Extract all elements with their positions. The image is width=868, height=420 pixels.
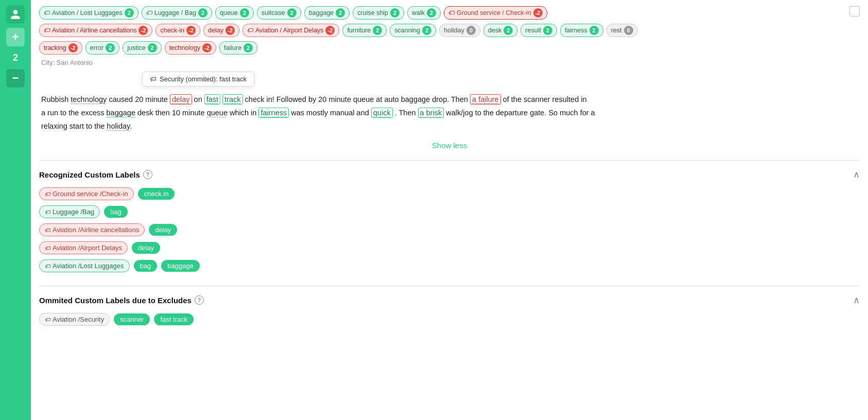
tag-badge: 0: [466, 26, 476, 35]
review-word-quick: quick: [371, 108, 393, 118]
tag-label: Aviation / Lost Luggages: [52, 9, 123, 16]
tag-label: delay: [208, 27, 223, 34]
review-word-which-in: which in: [228, 109, 258, 117]
tag-label-icon: 🏷: [247, 27, 253, 34]
tag-label: Aviation / Airline cancellations: [52, 27, 136, 34]
tag-aviation-airport-delays[interactable]: 🏷 Aviation / Airport Delays -2: [242, 24, 339, 37]
recognized-label-lost-luggages: 🏷 Aviation /Lost Luggages: [39, 259, 130, 272]
tag-holiday[interactable]: holiday 0: [439, 24, 480, 37]
tag-label-icon: 🏷: [44, 27, 50, 34]
label-tag-icon: 🏷: [45, 227, 50, 233]
tag-baggage[interactable]: baggage 2: [304, 6, 350, 20]
keyword-bag[interactable]: bag: [104, 206, 128, 218]
tag-label: Ground service / Check-in: [457, 9, 531, 16]
keyword-check-in[interactable]: check in: [138, 188, 175, 200]
tag-queue[interactable]: queue 2: [215, 6, 254, 20]
tag-walk[interactable]: walk 2: [407, 6, 441, 20]
recognized-row-luggage-bag: 🏷 Luggage /Bag bag: [39, 205, 860, 218]
show-less-button[interactable]: Show less: [432, 141, 467, 150]
tag-badge: 2: [336, 8, 345, 18]
tag-result[interactable]: result 2: [520, 24, 557, 37]
tag-label: tracking: [44, 44, 66, 51]
tag-badge: 2: [589, 26, 599, 35]
tag-label: technology: [169, 44, 200, 51]
ommited-help-icon[interactable]: ?: [195, 295, 204, 305]
review-word-on: on: [192, 95, 204, 103]
tag-badge: 2: [427, 8, 436, 18]
recognized-label-airport-delays: 🏷 Aviation /Airport Delays: [39, 241, 128, 254]
recognized-label-ground-service: 🏷 Ground service /Check-in: [39, 187, 134, 200]
security-tooltip: 🏷 Security (ommited): fast track: [142, 72, 254, 86]
tag-ground-service-checkin[interactable]: 🏷 Ground service / Check-in -2: [444, 6, 547, 20]
top-right-checkbox[interactable]: [849, 6, 860, 16]
tag-label: fairness: [565, 27, 587, 34]
tag-aviation-airline-cancellations[interactable]: 🏷 Aviation / Airline cancellations -2: [39, 24, 152, 37]
keyword-delay-cancellations[interactable]: delay: [149, 224, 177, 236]
tag-label: desk: [488, 27, 501, 34]
tag-badge: 2: [106, 43, 115, 52]
tag-cruise-ship[interactable]: cruise ship 2: [353, 6, 404, 20]
tag-badge: 2: [148, 43, 157, 52]
tag-scanning[interactable]: scanning 2: [390, 24, 436, 37]
review-word-a-brisk: a brisk: [418, 108, 444, 118]
minus-button[interactable]: −: [6, 69, 25, 87]
tag-badge: -2: [533, 8, 543, 18]
tag-label: check-in: [160, 27, 184, 34]
review-word-fast: fast: [204, 94, 220, 104]
tag-fairness[interactable]: fairness 2: [560, 24, 603, 37]
recognized-chevron-icon[interactable]: ∧: [853, 169, 860, 180]
keyword-scanner[interactable]: scanner: [114, 313, 150, 325]
tag-rest[interactable]: rest 0: [606, 24, 638, 37]
tag-technology[interactable]: technology -2: [165, 41, 216, 55]
tag-label: result: [525, 27, 541, 34]
label-tag-text: Luggage /Bag: [53, 208, 94, 216]
tag-label-icon: 🏷: [146, 9, 152, 16]
recognized-section-header: Recognized Custom Labels ? ∧: [39, 169, 860, 180]
tag-failure[interactable]: failure 2: [219, 41, 257, 55]
tag-suitcase[interactable]: suitcase 2: [257, 6, 301, 20]
ommited-custom-labels-section: Ommited Custom Labels due to Excludes ? …: [39, 286, 860, 339]
review-word-delay: delay: [170, 94, 192, 104]
user-icon-button[interactable]: [6, 5, 25, 24]
keyword-delay-airport[interactable]: delay: [132, 242, 160, 254]
recognized-section-title: Recognized Custom Labels ?: [39, 170, 152, 179]
ommited-row-security: 🏷 Aviation /Security scanner fast track: [39, 313, 860, 326]
keyword-bag-luggages[interactable]: bag: [134, 260, 158, 272]
tag-label: Luggage / Bag: [154, 9, 196, 16]
review-word-fairness: fairness: [258, 108, 289, 118]
recognized-row-airline-cancellations: 🏷 Aviation /Airline cancellations delay: [39, 223, 860, 236]
tag-error[interactable]: error 2: [85, 41, 119, 55]
plus-button[interactable]: +: [6, 28, 25, 46]
main-content: 🏷 Aviation / Lost Luggages 2 🏷 Luggage /…: [31, 0, 868, 420]
label-tag-text: Aviation /Security: [53, 316, 104, 323]
keyword-fast-track[interactable]: fast track: [154, 313, 194, 325]
recognized-row-airport-delays: 🏷 Aviation /Airport Delays delay: [39, 241, 860, 254]
tag-label: holiday: [444, 27, 464, 34]
keyword-baggage-luggages[interactable]: baggage: [161, 260, 200, 272]
tag-tracking[interactable]: tracking -2: [39, 41, 82, 55]
recognized-help-icon[interactable]: ?: [143, 170, 152, 179]
tag-label: scanning: [394, 27, 420, 34]
tag-desk[interactable]: desk 2: [483, 24, 517, 37]
tag-badge: 2: [240, 8, 249, 18]
tag-label: walk: [412, 9, 425, 16]
tag-delay[interactable]: delay -2: [203, 24, 239, 37]
ommited-chevron-icon[interactable]: ∧: [853, 294, 860, 306]
tag-check-in[interactable]: check-in -2: [155, 24, 200, 37]
tag-luggage-bag[interactable]: 🏷 Luggage / Bag 2: [142, 6, 212, 20]
sidebar: + 2 −: [0, 0, 31, 420]
tooltip-icon: 🏷: [150, 75, 157, 83]
label-tag-text: Aviation /Lost Luggages: [53, 262, 124, 270]
review-word-desk-then: desk then 10 minute: [135, 109, 207, 117]
tag-badge: 2: [287, 8, 297, 18]
review-word-holiday: holiday: [107, 122, 130, 130]
tag-label: furniture: [347, 27, 371, 34]
tag-justice[interactable]: justice 2: [123, 41, 161, 55]
tag-furniture[interactable]: furniture 2: [342, 24, 387, 37]
review-word-track: track: [222, 94, 242, 104]
number-display: 2: [6, 48, 25, 67]
tag-badge: 0: [624, 26, 633, 35]
label-tag-text: Aviation /Airline cancellations: [53, 226, 139, 234]
tag-aviation-lost-luggages[interactable]: 🏷 Aviation / Lost Luggages 2: [39, 6, 138, 20]
city-label: City: San Antonio: [39, 59, 860, 66]
